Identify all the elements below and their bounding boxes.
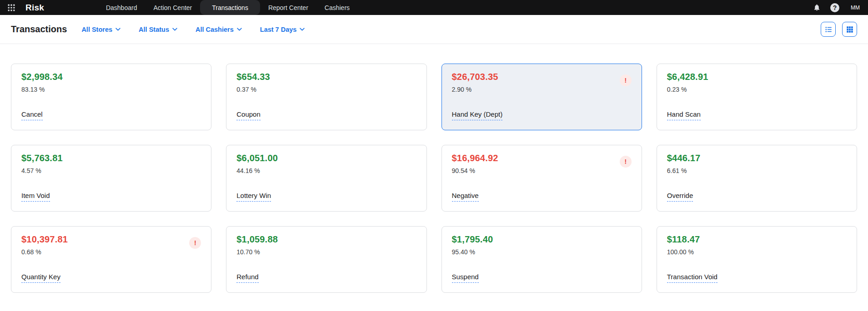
card-percent: 0.37 % (236, 86, 416, 93)
apps-grid-icon[interactable] (6, 3, 16, 13)
card-label[interactable]: Item Void (21, 192, 50, 202)
transaction-cards-grid: $2,998.34 83.13 % Cancel ! $654.33 0.37 … (0, 44, 868, 293)
page-header: Transactions All Stores All Status All C… (0, 15, 868, 44)
filter-all-stores[interactable]: All Stores (81, 26, 120, 33)
filter-bar: All Stores All Status All Cashiers Last … (81, 26, 323, 33)
transaction-card-coupon[interactable]: $654.33 0.37 % Coupon ! (226, 64, 426, 130)
list-view-button[interactable] (821, 22, 836, 37)
transaction-card-transaction-void[interactable]: $118.47 100.00 % Transaction Void ! (657, 226, 857, 293)
nav-item-dashboard[interactable]: Dashboard (98, 0, 146, 15)
grid-icon (846, 25, 854, 34)
card-label[interactable]: Hand Key (Dept) (452, 110, 503, 120)
filter-label: All Cashiers (196, 26, 234, 33)
card-amount: $10,397.81 (21, 234, 201, 245)
card-label[interactable]: Coupon (236, 110, 261, 120)
chevron-down-icon (237, 28, 242, 31)
transaction-card-refund[interactable]: $1,059.88 10.70 % Refund ! (226, 226, 426, 293)
card-percent: 90.54 % (452, 167, 632, 174)
filter-label: All Stores (81, 26, 112, 33)
card-percent: 4.57 % (21, 167, 201, 174)
transaction-card-suspend[interactable]: $1,795.40 95.40 % Suspend ! (442, 226, 642, 293)
card-percent: 10.70 % (236, 248, 416, 256)
grid-view-button[interactable] (842, 22, 857, 37)
card-percent: 2.90 % (452, 86, 632, 93)
card-label[interactable]: Refund (236, 273, 258, 283)
card-label[interactable]: Transaction Void (667, 273, 717, 283)
card-amount: $5,763.81 (21, 153, 201, 163)
page-title: Transactions (11, 24, 67, 35)
list-icon (824, 25, 833, 34)
top-navbar: Risk Dashboard Action Center Transaction… (0, 0, 868, 15)
card-percent: 83.13 % (21, 86, 201, 93)
transaction-card-negative[interactable]: $16,964.92 90.54 % Negative ! (442, 145, 642, 212)
card-percent: 0.23 % (667, 86, 847, 93)
card-amount: $118.47 (667, 234, 847, 245)
filter-date-range[interactable]: Last 7 Days (260, 26, 305, 33)
card-amount: $1,795.40 (452, 234, 632, 245)
card-amount: $6,428.91 (667, 72, 847, 82)
filter-label: All Status (139, 26, 169, 33)
card-percent: 6.61 % (667, 167, 847, 174)
alert-badge: ! (620, 156, 632, 168)
transaction-card-quantity-key[interactable]: $10,397.81 0.68 % Quantity Key ! (11, 226, 211, 293)
card-label[interactable]: Lottery Win (236, 192, 271, 202)
card-amount: $446.17 (667, 153, 847, 163)
nav-item-transactions[interactable]: Transactions (200, 0, 260, 15)
card-percent: 0.68 % (21, 248, 201, 256)
filter-all-status[interactable]: All Status (139, 26, 177, 33)
transaction-card-hand-scan[interactable]: $6,428.91 0.23 % Hand Scan ! (657, 64, 857, 130)
nav-item-report-center[interactable]: Report Center (260, 0, 316, 15)
alert-badge: ! (189, 237, 201, 249)
card-percent: 95.40 % (452, 248, 632, 256)
card-amount: $6,051.00 (236, 153, 416, 163)
card-amount: $654.33 (236, 72, 416, 82)
card-amount: $26,703.35 (452, 72, 632, 82)
transaction-card-hand-key-dept[interactable]: $26,703.35 2.90 % Hand Key (Dept) ! (442, 64, 642, 130)
card-amount: $16,964.92 (452, 153, 632, 163)
card-label[interactable]: Hand Scan (667, 110, 701, 120)
card-label[interactable]: Suspend (452, 273, 479, 283)
card-amount: $2,998.34 (21, 72, 201, 82)
view-toggles (821, 22, 857, 37)
card-percent: 44.16 % (236, 167, 416, 174)
transaction-card-item-void[interactable]: $5,763.81 4.57 % Item Void ! (11, 145, 211, 212)
transaction-card-override[interactable]: $446.17 6.61 % Override ! (657, 145, 857, 212)
card-label[interactable]: Cancel (21, 110, 43, 120)
user-avatar[interactable]: MM (849, 1, 862, 14)
filter-label: Last 7 Days (260, 26, 297, 33)
exclamation-icon: ! (624, 77, 627, 84)
transaction-card-cancel[interactable]: $2,998.34 83.13 % Cancel ! (11, 64, 211, 130)
chevron-down-icon (300, 28, 305, 31)
nav-item-action-center[interactable]: Action Center (145, 0, 200, 15)
app-brand: Risk (25, 3, 44, 13)
card-label[interactable]: Override (667, 192, 693, 202)
nav-item-cashiers[interactable]: Cashiers (316, 0, 358, 15)
chevron-down-icon (172, 28, 177, 31)
navbar-right: ? MM (813, 1, 862, 14)
card-amount: $1,059.88 (236, 234, 416, 245)
chevron-down-icon (115, 28, 120, 31)
help-icon[interactable]: ? (830, 3, 839, 12)
exclamation-icon: ! (194, 239, 196, 247)
alert-badge: ! (620, 74, 632, 86)
primary-nav: Dashboard Action Center Transactions Rep… (98, 0, 358, 15)
card-percent: 100.00 % (667, 248, 847, 256)
notifications-bell-icon[interactable] (813, 4, 821, 11)
transaction-card-lottery-win[interactable]: $6,051.00 44.16 % Lottery Win ! (226, 145, 426, 212)
filter-all-cashiers[interactable]: All Cashiers (196, 26, 242, 33)
exclamation-icon: ! (624, 158, 627, 165)
card-label[interactable]: Negative (452, 192, 479, 202)
card-label[interactable]: Quantity Key (21, 273, 60, 283)
